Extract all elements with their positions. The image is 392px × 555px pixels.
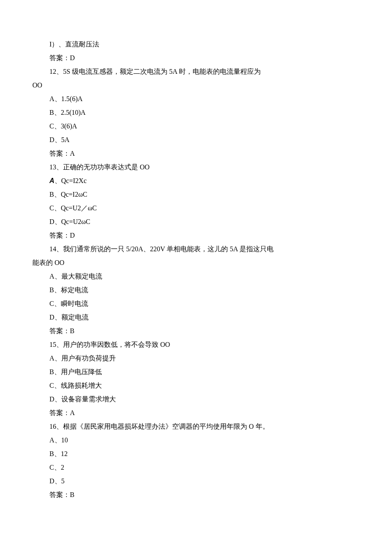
text-line: 答案：A — [32, 406, 360, 420]
text-line: D、5 — [32, 474, 360, 488]
document-page: I）、直流耐压法答案：D12、5S 级电流互感器，额定二次电流为 5A 时，电能… — [0, 0, 392, 555]
line-text: 、Qc=I2Xc — [55, 177, 87, 184]
text-line: 能表的 OO — [32, 256, 360, 270]
text-line: D、设备容量需求增大 — [32, 392, 360, 406]
text-line: 15、用户的功率因数低，将不会导致 OO — [32, 338, 360, 352]
text-line: B、用户电压降低 — [32, 365, 360, 379]
text-line: I）、直流耐压法 — [32, 38, 360, 51]
text-line: 答案：B — [32, 324, 360, 338]
line-prefix: A — [49, 177, 55, 184]
text-line: C、线路损耗增大 — [32, 379, 360, 392]
text-line: D、5A — [32, 133, 360, 147]
text-line: B、12 — [32, 447, 360, 461]
text-line: C、瞬时电流 — [32, 297, 360, 311]
text-line: 答案：A — [32, 147, 360, 160]
text-line: D、Qc=U2ωC — [32, 215, 360, 229]
text-line: 12、5S 级电流互感器，额定二次电流为 5A 时，电能表的电流量程应为 — [32, 65, 360, 78]
text-line: OO — [32, 78, 360, 92]
text-line: 13、正确的无功功率表达式是 OO — [32, 160, 360, 174]
text-line: 16、根据《居民家用电器损坏处理办法》空调器的平均使用年限为 O 年。 — [32, 420, 360, 433]
text-line: A、最大额定电流 — [32, 270, 360, 283]
text-line: 答案：B — [32, 488, 360, 502]
text-line: D、额定电流 — [32, 311, 360, 324]
text-line: C、3(6)A — [32, 119, 360, 133]
text-line: A、10 — [32, 433, 360, 447]
text-line: B、标定电流 — [32, 283, 360, 297]
text-line: A、用户有功负荷提升 — [32, 352, 360, 365]
text-line: A、Qc=I2Xc — [32, 174, 360, 188]
text-line: 14、我们通常所说的一只 5/20A、220V 单相电能表，这儿的 5A 是指这… — [32, 242, 360, 256]
text-line: B、Qc=I2ωC — [32, 188, 360, 201]
text-line: C、Qc=U2／ωC — [32, 201, 360, 215]
text-line: 答案：D — [32, 51, 360, 65]
text-line: A、1.5(6)A — [32, 92, 360, 106]
text-line: 答案：D — [32, 229, 360, 242]
text-line: B、2.5(10)A — [32, 106, 360, 119]
text-line: C、2 — [32, 461, 360, 474]
